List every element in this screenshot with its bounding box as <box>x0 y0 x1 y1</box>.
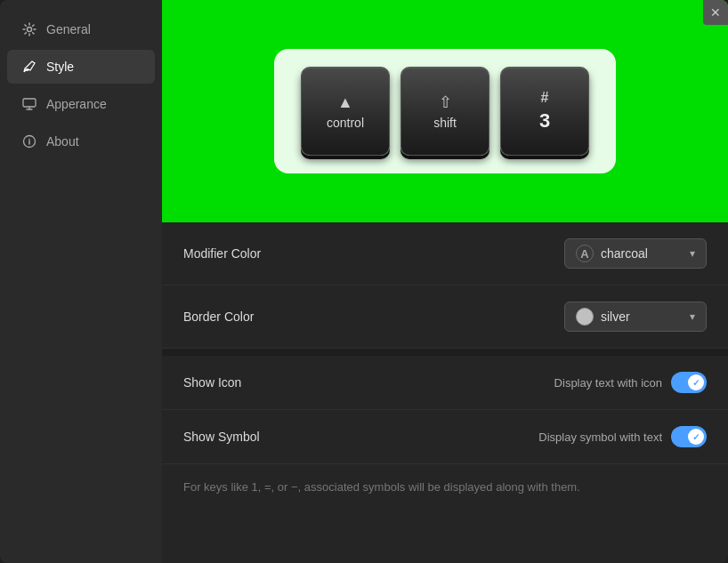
show-symbol-row: Show Symbol Display symbol with text ✓ <box>162 410 728 464</box>
modifier-color-label: Modifier Color <box>183 246 261 261</box>
border-color-label: Border Color <box>183 310 254 324</box>
show-icon-label: Show Icon <box>183 375 241 390</box>
sidebar-item-general[interactable]: General <box>7 12 155 46</box>
shift-key-label: shift <box>433 116 457 130</box>
modifier-color-dropdown[interactable]: A charcoal ▾ <box>564 238 707 269</box>
border-color-dropdown[interactable]: silver ▾ <box>564 302 707 332</box>
show-icon-description: Display text with icon <box>554 376 662 390</box>
sidebar-general-label: General <box>46 22 91 36</box>
close-icon: ✕ <box>710 5 721 20</box>
sidebar-about-label: About <box>46 134 79 149</box>
monitor-icon <box>21 96 37 112</box>
sidebar-item-about[interactable]: About <box>7 125 155 158</box>
show-icon-toggle-area: Display text with icon ✓ <box>554 372 707 393</box>
note-content: For keys like 1, =, or −, associated sym… <box>183 480 580 494</box>
modifier-color-dropdown-left: A charcoal <box>576 245 648 262</box>
sidebar-appearance-label: Apperance <box>46 97 107 111</box>
shift-key: ⇧ shift <box>400 67 489 156</box>
show-symbol-check: ✓ <box>692 432 700 442</box>
hash3-key: # 3 <box>500 67 589 156</box>
settings-area: Modifier Color A charcoal ▾ Border Color… <box>162 222 728 563</box>
hash-icon: # <box>541 90 549 106</box>
border-color-dropdown-left: silver <box>576 308 630 326</box>
show-symbol-toggle-area: Display symbol with text ✓ <box>538 426 707 447</box>
svg-point-1 <box>26 68 28 71</box>
app-window: ✕ General Style <box>0 0 728 563</box>
border-color-row: Border Color silver ▾ <box>162 286 728 349</box>
main-content: ▲ control ⇧ shift # 3 Modifier Color <box>162 0 728 563</box>
svg-point-4 <box>28 139 30 141</box>
border-color-value: silver <box>601 310 630 324</box>
hash-number: 3 <box>539 109 550 133</box>
gear-icon <box>21 21 37 37</box>
sidebar-item-appearance[interactable]: Apperance <box>7 87 155 121</box>
svg-rect-2 <box>23 99 36 107</box>
shift-key-icon: ⇧ <box>439 92 452 112</box>
show-symbol-toggle[interactable]: ✓ <box>671 426 707 447</box>
modifier-color-chevron: ▾ <box>690 247 695 260</box>
control-key: ▲ control <box>301 67 390 156</box>
border-color-chevron: ▾ <box>690 310 695 323</box>
show-icon-check: ✓ <box>692 378 700 388</box>
info-icon <box>21 133 37 149</box>
preview-area: ▲ control ⇧ shift # 3 <box>162 0 728 222</box>
charcoal-swatch: A <box>576 245 594 262</box>
show-symbol-knob: ✓ <box>688 429 704 445</box>
note-text: For keys like 1, =, or −, associated sym… <box>162 464 728 511</box>
control-key-icon: ▲ <box>337 93 353 112</box>
close-button[interactable]: ✕ <box>703 0 728 25</box>
sidebar-style-label: Style <box>46 60 74 74</box>
show-icon-knob: ✓ <box>688 374 704 390</box>
brush-icon <box>21 59 37 75</box>
svg-point-0 <box>28 28 32 32</box>
sidebar: General Style Apperance <box>0 0 162 563</box>
control-key-label: control <box>327 116 364 130</box>
section-divider <box>162 349 728 356</box>
show-icon-row: Show Icon Display text with icon ✓ <box>162 356 728 410</box>
show-icon-toggle[interactable]: ✓ <box>671 372 707 393</box>
keys-container: ▲ control ⇧ shift # 3 <box>274 49 616 173</box>
show-symbol-description: Display symbol with text <box>538 430 662 444</box>
silver-swatch <box>576 308 594 326</box>
show-symbol-label: Show Symbol <box>183 430 260 444</box>
modifier-color-value: charcoal <box>601 246 648 261</box>
modifier-color-row: Modifier Color A charcoal ▾ <box>162 222 728 286</box>
sidebar-item-style[interactable]: Style <box>7 50 155 84</box>
